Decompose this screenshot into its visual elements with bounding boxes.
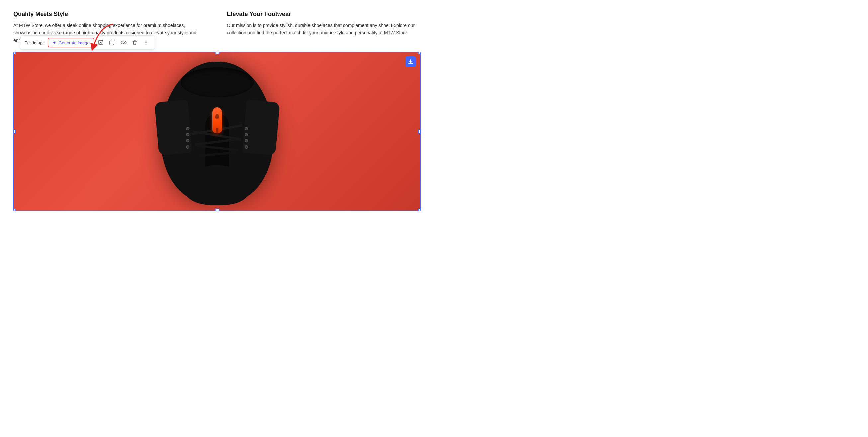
image-toolbar: Edit image ✦ Generate image xyxy=(20,35,155,50)
add-image-button[interactable] xyxy=(96,38,105,47)
svg-point-5 xyxy=(123,42,124,43)
shoe-image xyxy=(14,53,420,211)
download-icon xyxy=(408,59,413,64)
duplicate-icon xyxy=(109,39,115,45)
right-column: Elevate Your Footwear Our mission is to … xyxy=(227,11,421,44)
duplicate-button[interactable] xyxy=(107,38,117,47)
handle-middle-right[interactable] xyxy=(418,129,421,134)
handle-top-left[interactable] xyxy=(13,52,16,55)
handle-top-center[interactable] xyxy=(215,52,219,55)
add-image-icon xyxy=(98,39,104,45)
image-container[interactable] xyxy=(13,52,421,211)
handle-bottom-center[interactable] xyxy=(215,209,219,211)
eye-icon xyxy=(121,39,126,45)
handle-middle-left[interactable] xyxy=(13,129,16,134)
generate-image-button[interactable]: ✦ Generate image xyxy=(48,37,94,48)
generate-image-label: Generate image xyxy=(58,40,89,45)
trash-icon xyxy=(132,39,138,45)
delete-button[interactable] xyxy=(130,38,140,47)
page-wrapper: Quality Meets Style At MTW Store, we off… xyxy=(0,0,434,211)
sparkle-icon: ✦ xyxy=(53,40,57,45)
handle-bottom-right[interactable] xyxy=(418,209,421,211)
more-options-icon xyxy=(143,39,149,45)
edit-image-label: Edit image xyxy=(24,40,44,45)
svg-point-6 xyxy=(146,40,147,41)
svg-rect-3 xyxy=(111,40,115,44)
svg-point-1 xyxy=(100,42,101,42)
right-body: Our mission is to provide stylish, durab… xyxy=(227,22,421,36)
visibility-button[interactable] xyxy=(119,38,128,47)
handle-top-right[interactable] xyxy=(418,52,421,55)
handle-bottom-left[interactable] xyxy=(13,209,16,211)
download-button[interactable] xyxy=(405,57,416,67)
svg-point-7 xyxy=(146,42,147,43)
svg-point-8 xyxy=(146,44,147,45)
right-title: Elevate Your Footwear xyxy=(227,11,421,18)
left-title: Quality Meets Style xyxy=(13,11,207,18)
image-section: Edit image ✦ Generate image xyxy=(13,52,421,211)
svg-point-4 xyxy=(121,41,126,44)
more-options-button[interactable] xyxy=(142,38,151,47)
